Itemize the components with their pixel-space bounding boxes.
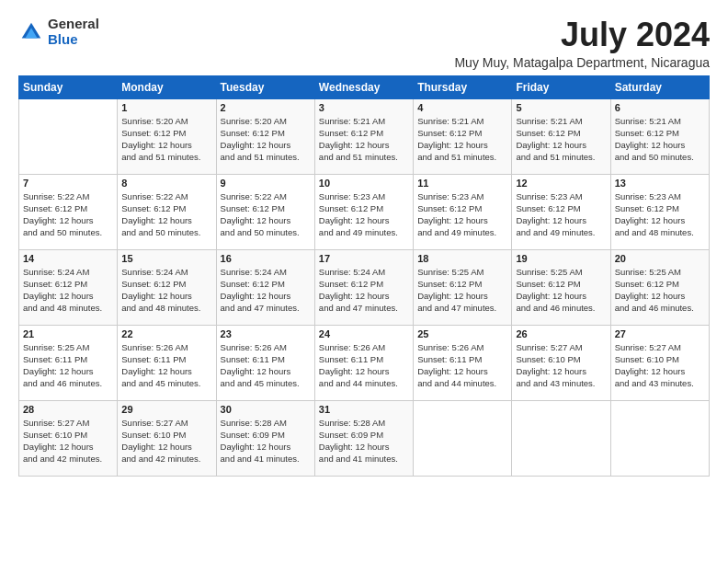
calendar-cell: 15Sunrise: 5:24 AMSunset: 6:12 PMDayligh…: [118, 249, 216, 325]
calendar-cell: 27Sunrise: 5:27 AMSunset: 6:10 PMDayligh…: [610, 325, 709, 400]
sunset-text: Sunset: 6:12 PM: [615, 202, 705, 214]
calendar-cell: 25Sunrise: 5:26 AMSunset: 6:11 PMDayligh…: [414, 325, 512, 400]
sunrise-text: Sunrise: 5:28 AM: [221, 417, 311, 429]
daylight-text-line2: and and 47 minutes.: [417, 302, 507, 314]
daylight-text-line1: Daylight: 12 hours: [319, 214, 409, 226]
daylight-text-line1: Daylight: 12 hours: [615, 290, 705, 302]
calendar-cell: 16Sunrise: 5:24 AMSunset: 6:12 PMDayligh…: [216, 249, 314, 325]
sunset-text: Sunset: 6:12 PM: [121, 127, 211, 139]
calendar-cell: 28Sunrise: 5:27 AMSunset: 6:10 PMDayligh…: [19, 400, 118, 476]
day-number: 14: [23, 253, 113, 264]
day-number: 20: [615, 253, 705, 264]
sunset-text: Sunset: 6:12 PM: [319, 202, 409, 214]
sunrise-text: Sunrise: 5:22 AM: [121, 190, 211, 202]
day-number: 2: [221, 102, 311, 113]
sunrise-text: Sunrise: 5:26 AM: [121, 341, 211, 353]
sunset-text: Sunset: 6:12 PM: [417, 202, 507, 214]
sunset-text: Sunset: 6:11 PM: [417, 353, 507, 365]
calendar-cell: [512, 400, 610, 476]
sunset-text: Sunset: 6:12 PM: [516, 202, 606, 214]
day-number: 11: [417, 178, 507, 189]
calendar-week-row: 1Sunrise: 5:20 AMSunset: 6:12 PMDaylight…: [19, 98, 710, 174]
day-number: 7: [23, 178, 113, 189]
calendar-cell: 1Sunrise: 5:20 AMSunset: 6:12 PMDaylight…: [118, 98, 216, 174]
calendar-cell: 11Sunrise: 5:23 AMSunset: 6:12 PMDayligh…: [414, 174, 512, 249]
logo-general-text: General: [48, 17, 99, 32]
calendar-cell: 8Sunrise: 5:22 AMSunset: 6:12 PMDaylight…: [118, 174, 216, 249]
daylight-text-line1: Daylight: 12 hours: [417, 290, 507, 302]
calendar-cell: 22Sunrise: 5:26 AMSunset: 6:11 PMDayligh…: [118, 325, 216, 400]
daylight-text-line2: and and 50 minutes.: [121, 226, 211, 238]
calendar-cell: 24Sunrise: 5:26 AMSunset: 6:11 PMDayligh…: [314, 325, 413, 400]
daylight-text-line2: and and 46 minutes.: [516, 302, 606, 314]
daylight-text-line2: and and 42 minutes.: [121, 453, 211, 465]
daylight-text-line2: and and 44 minutes.: [417, 377, 507, 389]
sunrise-text: Sunrise: 5:22 AM: [221, 190, 311, 202]
sunset-text: Sunset: 6:09 PM: [221, 429, 311, 441]
day-number: 17: [319, 253, 409, 264]
daylight-text-line1: Daylight: 12 hours: [615, 365, 705, 377]
daylight-text-line2: and and 41 minutes.: [221, 453, 311, 465]
daylight-text-line1: Daylight: 12 hours: [221, 441, 311, 453]
calendar-page: General Blue July 2024 Muy Muy, Matagalp…: [0, 0, 728, 563]
calendar-cell: 17Sunrise: 5:24 AMSunset: 6:12 PMDayligh…: [314, 249, 413, 325]
sunrise-text: Sunrise: 5:21 AM: [319, 115, 409, 127]
sunrise-text: Sunrise: 5:23 AM: [417, 190, 507, 202]
calendar-cell: 3Sunrise: 5:21 AMSunset: 6:12 PMDaylight…: [314, 98, 413, 174]
daylight-text-line1: Daylight: 12 hours: [23, 365, 113, 377]
calendar-cell: 31Sunrise: 5:28 AMSunset: 6:09 PMDayligh…: [314, 400, 413, 476]
calendar-cell: 10Sunrise: 5:23 AMSunset: 6:12 PMDayligh…: [314, 174, 413, 249]
sunrise-text: Sunrise: 5:24 AM: [221, 266, 311, 278]
day-number: 29: [121, 404, 211, 415]
day-number: 30: [221, 404, 311, 415]
daylight-text-line1: Daylight: 12 hours: [121, 365, 211, 377]
day-number: 9: [221, 178, 311, 189]
sunset-text: Sunset: 6:12 PM: [221, 278, 311, 290]
daylight-text-line2: and and 50 minutes.: [221, 226, 311, 238]
daylight-text-line1: Daylight: 12 hours: [221, 139, 311, 151]
daylight-text-line1: Daylight: 12 hours: [319, 441, 409, 453]
calendar-cell: 23Sunrise: 5:26 AMSunset: 6:11 PMDayligh…: [216, 325, 314, 400]
daylight-text-line2: and and 47 minutes.: [221, 302, 311, 314]
day-number: 1: [121, 102, 211, 113]
day-number: 21: [23, 328, 113, 339]
sunrise-text: Sunrise: 5:26 AM: [319, 341, 409, 353]
daylight-text-line1: Daylight: 12 hours: [417, 365, 507, 377]
calendar-cell: [610, 400, 709, 476]
day-number: 8: [121, 178, 211, 189]
daylight-text-line1: Daylight: 12 hours: [417, 214, 507, 226]
sunrise-text: Sunrise: 5:27 AM: [23, 417, 113, 429]
calendar-cell: [414, 400, 512, 476]
daylight-text-line2: and and 50 minutes.: [23, 226, 113, 238]
sunset-text: Sunset: 6:12 PM: [319, 278, 409, 290]
day-number: 10: [319, 178, 409, 189]
daylight-text-line2: and and 42 minutes.: [23, 453, 113, 465]
sunset-text: Sunset: 6:10 PM: [121, 429, 211, 441]
day-number: 3: [319, 102, 409, 113]
sunset-text: Sunset: 6:11 PM: [319, 353, 409, 365]
sunrise-text: Sunrise: 5:21 AM: [615, 115, 705, 127]
day-number: 16: [221, 253, 311, 264]
daylight-text-line1: Daylight: 12 hours: [221, 290, 311, 302]
daylight-text-line2: and and 49 minutes.: [319, 226, 409, 238]
day-number: 23: [221, 328, 311, 339]
sunrise-text: Sunrise: 5:22 AM: [23, 190, 113, 202]
sunset-text: Sunset: 6:12 PM: [615, 127, 705, 139]
col-thursday: Thursday: [414, 75, 512, 98]
sunrise-text: Sunrise: 5:28 AM: [319, 417, 409, 429]
sunset-text: Sunset: 6:12 PM: [221, 202, 311, 214]
calendar-cell: 5Sunrise: 5:21 AMSunset: 6:12 PMDaylight…: [512, 98, 610, 174]
day-number: 15: [121, 253, 211, 264]
sunrise-text: Sunrise: 5:23 AM: [615, 190, 705, 202]
location-subtitle: Muy Muy, Matagalpa Department, Nicaragua: [454, 55, 710, 70]
sunrise-text: Sunrise: 5:25 AM: [23, 341, 113, 353]
sunset-text: Sunset: 6:10 PM: [23, 429, 113, 441]
col-wednesday: Wednesday: [314, 75, 413, 98]
calendar-cell: 9Sunrise: 5:22 AMSunset: 6:12 PMDaylight…: [216, 174, 314, 249]
daylight-text-line1: Daylight: 12 hours: [23, 290, 113, 302]
day-number: 13: [615, 178, 705, 189]
calendar-week-row: 28Sunrise: 5:27 AMSunset: 6:10 PMDayligh…: [19, 400, 710, 476]
calendar-cell: 4Sunrise: 5:21 AMSunset: 6:12 PMDaylight…: [414, 98, 512, 174]
sunset-text: Sunset: 6:12 PM: [516, 278, 606, 290]
sunrise-text: Sunrise: 5:25 AM: [417, 266, 507, 278]
